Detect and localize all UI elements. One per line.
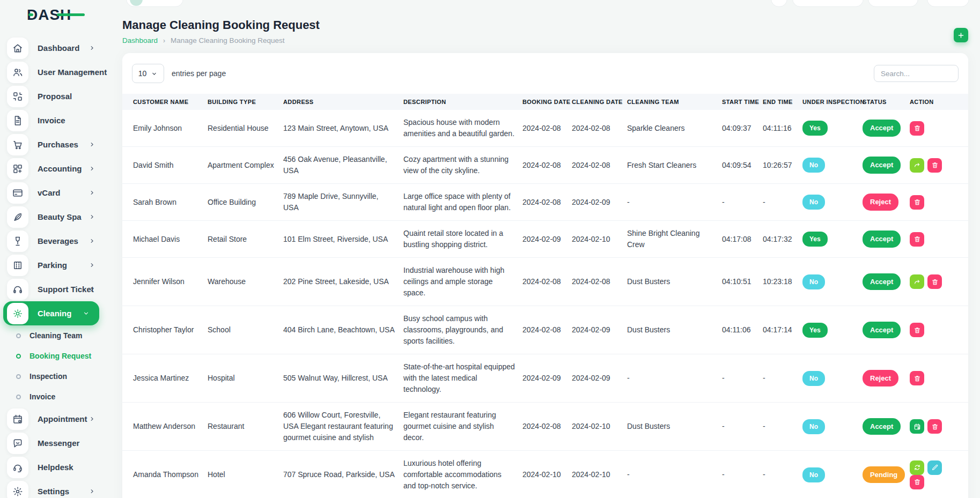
delete-button[interactable]: [910, 232, 924, 247]
headphones-icon: [7, 279, 28, 300]
sidebar-item-label: Invoice: [38, 116, 65, 125]
cell-status: Accept: [863, 258, 910, 306]
cell-description: Busy school campus with classrooms, play…: [403, 306, 522, 354]
cell-address: 202 Pine Street, Lakeside, USA: [283, 258, 403, 306]
delete-button[interactable]: [927, 274, 942, 289]
status-badge: Reject: [863, 370, 898, 387]
calendar-icon: [7, 408, 28, 430]
sidebar-item-settings[interactable]: Settings: [0, 479, 105, 498]
breadcrumb-dashboard-link[interactable]: Dashboard: [122, 36, 158, 44]
cell-booking-date: 2024-02-08: [522, 147, 572, 184]
delete-button[interactable]: [927, 158, 942, 173]
sidebar-subitem-invoice[interactable]: Invoice: [0, 386, 105, 407]
cell-action: [910, 306, 968, 354]
sidebar-item-accounting[interactable]: Accounting: [0, 157, 105, 181]
cell-customer-name: Jessica Martinez: [122, 354, 208, 403]
under-inspection-badge: Yes: [802, 232, 828, 247]
sidebar-item-label: Cleaning: [38, 309, 71, 318]
topbar-partial-button-5[interactable]: [927, 0, 969, 7]
cell-status: Accept: [863, 221, 910, 258]
forward-button[interactable]: [910, 274, 924, 289]
table-row: Sarah BrownOffice Building789 Maple Driv…: [122, 184, 968, 221]
add-booking-button[interactable]: [954, 28, 968, 42]
entries-per-page-label: entries per page: [172, 69, 226, 78]
refresh-button[interactable]: [910, 460, 924, 475]
status-badge: Accept: [863, 418, 901, 435]
column-header-address: Address: [283, 94, 403, 110]
sidebar-item-support-ticket[interactable]: Support Ticket: [0, 277, 105, 301]
cell-cleaning-team: Dust Busters: [627, 403, 722, 451]
cell-action: [910, 354, 968, 403]
forward-button[interactable]: [910, 158, 924, 173]
chevron-right-icon: [89, 69, 95, 76]
cell-booking-date: 2024-02-08: [522, 306, 572, 354]
search-input[interactable]: [874, 65, 959, 82]
under-inspection-badge: Yes: [802, 121, 828, 136]
sidebar-item-proposal[interactable]: Proposal: [0, 84, 105, 108]
delete-button[interactable]: [910, 195, 924, 210]
sidebar-item-invoice[interactable]: Invoice: [0, 108, 105, 132]
sidebar-item-appointment[interactable]: Appointment: [0, 407, 105, 431]
sidebar-item-messenger[interactable]: Messenger: [0, 431, 105, 455]
chevron-right-icon: [89, 415, 95, 422]
status-badge: Reject: [863, 194, 898, 211]
delete-button[interactable]: [927, 419, 942, 434]
edit-button[interactable]: [927, 460, 942, 475]
table-row: Emily JohnsonResidential House123 Main S…: [122, 110, 968, 147]
status-badge: Accept: [863, 231, 901, 248]
delete-button[interactable]: [910, 475, 924, 489]
cell-action: [910, 403, 968, 451]
sidebar-subitem-booking-request[interactable]: Booking Request: [0, 346, 105, 366]
sidebar-subitem-label: Cleaning Team: [30, 331, 83, 340]
sidebar-subitem-cleaning-team[interactable]: Cleaning Team: [0, 325, 105, 346]
cell-cleaning-date: 2024-02-10: [572, 403, 627, 451]
sidebar-item-parking[interactable]: Parking: [0, 253, 105, 277]
sidebar-item-cleaning[interactable]: Cleaning: [3, 301, 99, 325]
cell-end-time: -: [763, 451, 802, 498]
cell-under-inspection: No: [802, 403, 863, 451]
cell-start-time: 04:09:54: [722, 147, 763, 184]
headset-icon: [7, 457, 28, 478]
delete-button[interactable]: [910, 121, 924, 136]
under-inspection-badge: No: [802, 419, 825, 434]
circle-bullet-icon: [16, 354, 21, 359]
cell-under-inspection: No: [802, 451, 863, 498]
sidebar-subitem-inspection[interactable]: Inspection: [0, 366, 105, 386]
sidebar-item-label: Beauty Spa: [38, 212, 82, 221]
cell-cleaning-date: 2024-02-09: [572, 184, 627, 221]
sidebar-item-label: Beverages: [38, 236, 78, 246]
cell-start-time: 04:10:51: [722, 258, 763, 306]
feather-icon: [7, 206, 28, 228]
cell-cleaning-team: Shine Bright Cleaning Crew: [627, 221, 722, 258]
status-badge: Accept: [863, 157, 901, 174]
topbar-partial-button-3[interactable]: [792, 0, 864, 7]
sidebar-item-vcard[interactable]: vCard: [0, 181, 105, 205]
cell-booking-date: 2024-02-08: [522, 258, 572, 306]
sidebar-item-user-management[interactable]: User Management: [0, 60, 105, 84]
circle-bullet-icon: [16, 395, 21, 399]
cell-description: Large office space with plenty of natura…: [403, 184, 522, 221]
cell-action: [910, 258, 968, 306]
cell-end-time: 10:26:57: [763, 147, 802, 184]
sidebar-item-helpdesk[interactable]: Helpdesk: [0, 455, 105, 479]
cell-building-type: Warehouse: [208, 258, 283, 306]
sidebar-item-purchases[interactable]: Purchases: [0, 132, 105, 157]
topbar-partial-button-4[interactable]: [868, 0, 918, 7]
schedule-button[interactable]: [910, 419, 924, 434]
sidebar-item-dashboard[interactable]: Dashboard: [0, 36, 105, 60]
sidebar-subitem-label: Invoice: [30, 392, 55, 401]
delete-button[interactable]: [910, 323, 924, 337]
cell-under-inspection: No: [802, 184, 863, 221]
bookings-table: Customer NameBuilding TypeAddressDescrip…: [122, 94, 968, 498]
cell-address: 505 Walnut Way, Hillcrest, USA: [283, 354, 403, 403]
sidebar-item-beverages[interactable]: Beverages: [0, 229, 105, 253]
brand-logo[interactable]: DASH: [27, 6, 86, 24]
sidebar-item-beauty-spa[interactable]: Beauty Spa: [0, 205, 105, 229]
column-header-action: Action: [910, 94, 968, 110]
cell-start-time: 04:17:08: [722, 221, 763, 258]
status-badge: Pending: [863, 466, 905, 484]
cell-booking-date: 2024-02-08: [522, 403, 572, 451]
entries-per-page-select[interactable]: 10: [132, 64, 164, 83]
delete-button[interactable]: [910, 371, 924, 385]
column-header-cleaning-team: Cleaning Team: [627, 94, 722, 110]
